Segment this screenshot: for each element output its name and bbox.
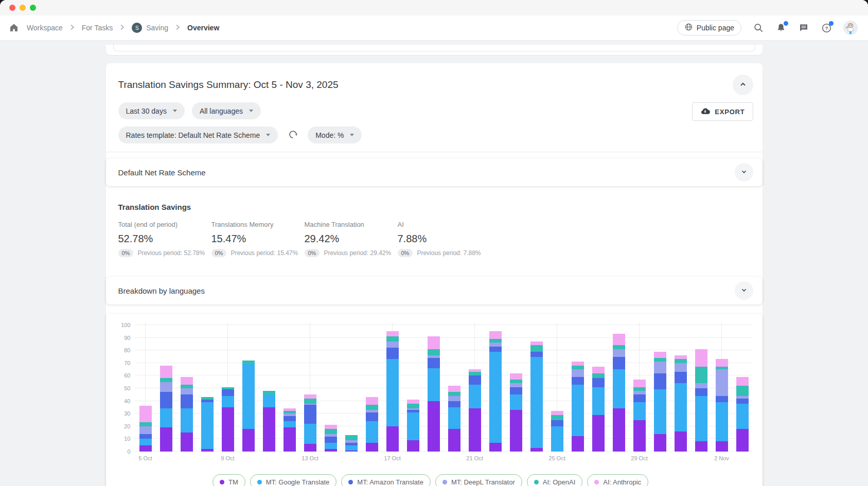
user-avatar[interactable]	[843, 21, 858, 35]
metric-total-end-of-period-: Total (end of period)52.78%0%Previous pe…	[118, 221, 211, 257]
bar-segment-tm	[613, 408, 625, 452]
legend-item-mt-deepl-translator[interactable]: MT: DeepL Translator	[435, 474, 522, 486]
languages-dropdown[interactable]: All languages	[192, 102, 261, 119]
bar-segment-mt-amazon-translate	[325, 437, 337, 443]
legend-item-tm[interactable]: TM	[212, 474, 245, 486]
search-icon[interactable]	[753, 22, 764, 33]
public-page-button[interactable]: Public page	[677, 20, 741, 35]
bar-segment-ai-openai	[695, 367, 707, 383]
bar-segment-mt-google-translate	[366, 421, 378, 443]
home-icon[interactable]	[8, 22, 20, 33]
chat-icon[interactable]	[798, 22, 809, 33]
svg-text:?: ?	[825, 25, 828, 31]
bar-segment-mt-google-translate	[736, 404, 749, 429]
stacked-bar	[510, 373, 522, 452]
close-window-button[interactable]	[9, 5, 15, 11]
bar-slot-14-oct	[321, 325, 341, 452]
bar-segment-ai-openai	[613, 345, 625, 349]
bar-segment-mt-google-translate	[325, 443, 337, 449]
bar-segment-mt-google-translate	[345, 445, 358, 451]
chevron-down-icon	[249, 110, 253, 112]
bar-segment-mt-amazon-translate	[469, 375, 481, 384]
x-axis-tick: 13 Oct	[302, 455, 318, 461]
legend-label: MT: Amazon Translate	[357, 478, 423, 486]
metric-delta-badge: 0%	[211, 249, 227, 257]
bar-segment-mt-google-translate	[510, 394, 522, 410]
rates-template-value: Rates template: Default Net Rate Scheme	[126, 131, 260, 139]
bar-segment-tm	[242, 429, 255, 452]
breadcrumb-item-for-tasks[interactable]: For Tasks	[82, 24, 113, 32]
bar-segment-mt-amazon-translate	[510, 387, 522, 395]
bar-segment-mt-amazon-translate	[592, 378, 605, 387]
bar-segment-ai-anthropic	[572, 362, 584, 365]
bar-segment-tm	[428, 401, 440, 452]
refresh-button[interactable]	[285, 128, 300, 143]
public-page-label: Public page	[697, 24, 734, 32]
bar-slot-28-oct	[609, 325, 629, 452]
bar-segment-mt-amazon-translate	[613, 357, 625, 370]
zoom-window-button[interactable]	[30, 5, 36, 11]
bar-slot-9-oct: 9 Oct	[218, 325, 238, 452]
date-range-dropdown[interactable]: Last 30 days	[118, 102, 185, 119]
bar-segment-ai-openai	[181, 385, 193, 388]
bar-segment-mt-deepl-translator	[633, 391, 646, 394]
bar-segment-ai-anthropic	[675, 355, 687, 359]
rate-scheme-panel[interactable]: Default Net Rate Scheme	[106, 158, 763, 186]
notifications-bell-icon[interactable]	[775, 22, 787, 33]
bar-segment-mt-amazon-translate	[222, 389, 234, 395]
legend-item-mt-amazon-translate[interactable]: MT: Amazon Translate	[341, 474, 431, 486]
legend-item-mt-google-translate[interactable]: MT: Google Translate	[250, 474, 337, 486]
bar-segment-mt-google-translate	[572, 385, 584, 437]
bar-segment-mt-amazon-translate	[284, 416, 296, 421]
bar-segment-ai-openai	[345, 435, 358, 440]
previous-card-bottom	[106, 45, 763, 55]
rates-template-dropdown[interactable]: Rates template: Default Net Rate Scheme	[118, 127, 278, 143]
metric-machine-translation: Machine Translation29.42%0%Previous peri…	[305, 221, 398, 257]
bar-segment-ai-openai	[325, 429, 337, 434]
page-content: Translation Savings Summary: Oct 5 - Nov…	[0, 41, 868, 486]
metric-label: Total (end of period)	[118, 221, 211, 228]
breadcrumb-item-saving[interactable]: SSaving	[132, 23, 168, 33]
legend-item-ai-openai[interactable]: AI: OpenAI	[527, 474, 583, 486]
bar-slot-22-oct	[485, 325, 506, 452]
expand-rate-scheme-button[interactable]	[735, 163, 753, 182]
legend-dot	[220, 480, 224, 484]
bar-segment-tm	[633, 420, 646, 452]
stacked-bar	[448, 386, 460, 452]
metric-value: 29.42%	[305, 233, 398, 245]
bar-slot-7-oct	[176, 325, 197, 452]
bar-segment-mt-google-translate	[695, 396, 707, 442]
stacked-bar	[222, 387, 234, 452]
bar-slot-21-oct: 21 Oct	[465, 325, 485, 452]
bar-slot-30-oct	[650, 325, 670, 452]
bar-segment-ai-openai	[572, 366, 584, 369]
bar-segment-ai-anthropic	[407, 400, 419, 403]
bar-segment-tm	[345, 451, 358, 452]
collapse-card-button[interactable]	[733, 75, 753, 95]
breakdown-panel[interactable]: Breakdown by languages	[106, 277, 763, 304]
y-axis-tick-70: 70	[124, 360, 130, 366]
legend-label: MT: DeepL Translator	[451, 478, 515, 486]
expand-breakdown-button[interactable]	[735, 281, 753, 300]
bar-segment-tm	[654, 434, 666, 452]
bar-segment-mt-amazon-translate	[160, 392, 172, 408]
chevron-right-icon	[70, 24, 75, 32]
bar-segment-mt-amazon-translate	[675, 372, 687, 383]
help-icon[interactable]: ?	[821, 22, 832, 33]
bar-segment-tm	[201, 449, 214, 452]
y-axis-tick-20: 20	[124, 423, 130, 429]
bar-segment-mt-amazon-translate	[386, 348, 399, 359]
minimize-window-button[interactable]	[20, 5, 26, 11]
mode-dropdown[interactable]: Mode: %	[308, 127, 362, 143]
bar-slot-31-oct	[670, 325, 691, 452]
bar-segment-mt-google-translate	[160, 408, 172, 427]
breadcrumb-item-workspace[interactable]: Workspace	[27, 24, 63, 32]
stacked-bar	[613, 334, 625, 452]
bar-segment-ai-anthropic	[551, 411, 563, 415]
legend-item-ai-anthropic[interactable]: AI: Anthropic	[587, 474, 648, 486]
export-button[interactable]: EXPORT	[692, 102, 753, 121]
metric-previous-row: 0%Previous period: 7.88%	[398, 249, 491, 257]
bar-segment-mt-google-translate	[716, 402, 728, 441]
savings-heading: Translation Savings	[118, 203, 750, 211]
bar-slot-24-oct	[526, 325, 547, 452]
